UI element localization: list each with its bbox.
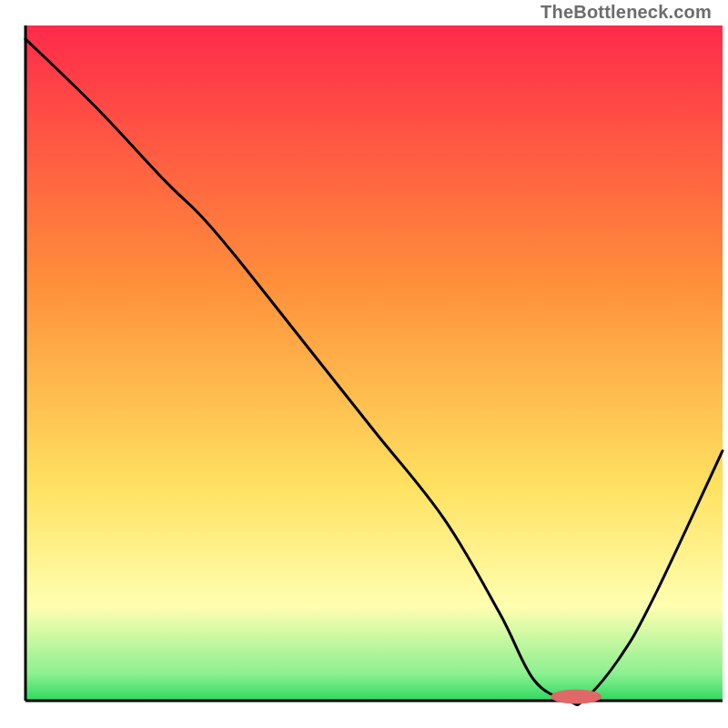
plot-background — [25, 25, 723, 701]
optimal-marker — [551, 690, 602, 703]
chart-container: { "watermark": "TheBottleneck.com", "col… — [0, 0, 728, 728]
watermark-text: TheBottleneck.com — [541, 2, 712, 23]
bottleneck-chart — [0, 0, 728, 728]
